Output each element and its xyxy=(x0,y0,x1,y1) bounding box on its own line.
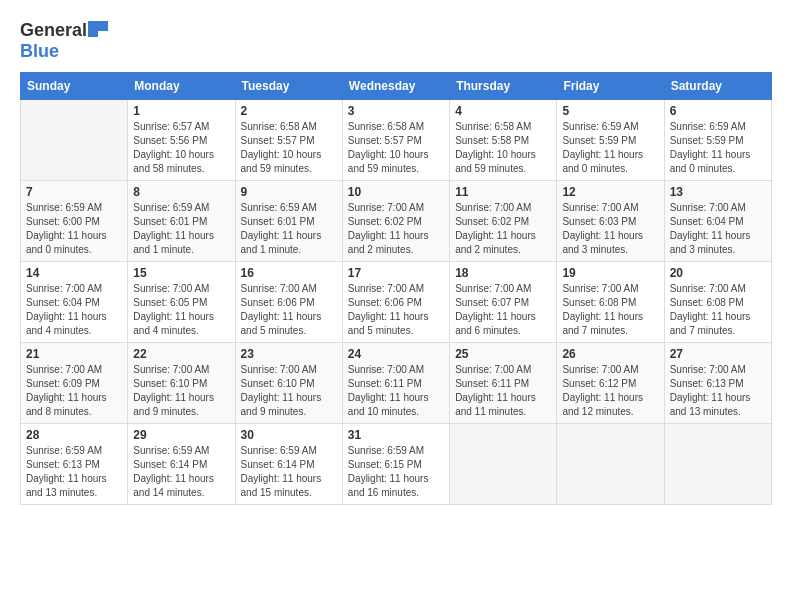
sunrise-text: Sunrise: 6:59 AM xyxy=(26,444,122,458)
daylight-text: Daylight: 11 hours and 3 minutes. xyxy=(562,229,658,257)
daylight-text: Daylight: 11 hours and 12 minutes. xyxy=(562,391,658,419)
sunrise-text: Sunrise: 7:00 AM xyxy=(670,363,766,377)
sunrise-text: Sunrise: 6:59 AM xyxy=(348,444,444,458)
week-row-1: 1 Sunrise: 6:57 AM Sunset: 5:56 PM Dayli… xyxy=(21,100,772,181)
daylight-text: Daylight: 11 hours and 2 minutes. xyxy=(348,229,444,257)
daylight-text: Daylight: 11 hours and 13 minutes. xyxy=(670,391,766,419)
weekday-header-sunday: Sunday xyxy=(21,73,128,100)
sunset-text: Sunset: 5:59 PM xyxy=(670,134,766,148)
calendar-cell: 4 Sunrise: 6:58 AM Sunset: 5:58 PM Dayli… xyxy=(450,100,557,181)
sunset-text: Sunset: 6:01 PM xyxy=(241,215,337,229)
sunrise-text: Sunrise: 7:00 AM xyxy=(348,201,444,215)
week-row-3: 14 Sunrise: 7:00 AM Sunset: 6:04 PM Dayl… xyxy=(21,262,772,343)
calendar-cell: 25 Sunrise: 7:00 AM Sunset: 6:11 PM Dayl… xyxy=(450,343,557,424)
calendar-cell: 5 Sunrise: 6:59 AM Sunset: 5:59 PM Dayli… xyxy=(557,100,664,181)
sunrise-text: Sunrise: 7:00 AM xyxy=(562,363,658,377)
sunset-text: Sunset: 5:56 PM xyxy=(133,134,229,148)
day-info: Sunrise: 7:00 AM Sunset: 6:05 PM Dayligh… xyxy=(133,282,229,338)
day-number: 6 xyxy=(670,104,766,118)
day-number: 24 xyxy=(348,347,444,361)
day-number: 23 xyxy=(241,347,337,361)
day-number: 1 xyxy=(133,104,229,118)
calendar-cell: 20 Sunrise: 7:00 AM Sunset: 6:08 PM Dayl… xyxy=(664,262,771,343)
daylight-text: Daylight: 10 hours and 59 minutes. xyxy=(348,148,444,176)
day-info: Sunrise: 7:00 AM Sunset: 6:03 PM Dayligh… xyxy=(562,201,658,257)
calendar-cell: 3 Sunrise: 6:58 AM Sunset: 5:57 PM Dayli… xyxy=(342,100,449,181)
day-info: Sunrise: 6:59 AM Sunset: 5:59 PM Dayligh… xyxy=(562,120,658,176)
logo: General Blue xyxy=(20,20,108,62)
day-number: 3 xyxy=(348,104,444,118)
sunset-text: Sunset: 6:08 PM xyxy=(562,296,658,310)
day-number: 21 xyxy=(26,347,122,361)
day-number: 27 xyxy=(670,347,766,361)
calendar-cell: 16 Sunrise: 7:00 AM Sunset: 6:06 PM Dayl… xyxy=(235,262,342,343)
sunset-text: Sunset: 5:59 PM xyxy=(562,134,658,148)
day-number: 28 xyxy=(26,428,122,442)
sunset-text: Sunset: 6:08 PM xyxy=(670,296,766,310)
sunrise-text: Sunrise: 7:00 AM xyxy=(670,282,766,296)
sunrise-text: Sunrise: 6:58 AM xyxy=(241,120,337,134)
daylight-text: Daylight: 11 hours and 1 minute. xyxy=(241,229,337,257)
sunrise-text: Sunrise: 7:00 AM xyxy=(348,363,444,377)
day-number: 31 xyxy=(348,428,444,442)
sunrise-text: Sunrise: 6:59 AM xyxy=(133,444,229,458)
day-number: 18 xyxy=(455,266,551,280)
sunrise-text: Sunrise: 6:59 AM xyxy=(26,201,122,215)
daylight-text: Daylight: 10 hours and 59 minutes. xyxy=(455,148,551,176)
day-number: 11 xyxy=(455,185,551,199)
calendar-cell xyxy=(21,100,128,181)
sunset-text: Sunset: 6:10 PM xyxy=(241,377,337,391)
weekday-header-monday: Monday xyxy=(128,73,235,100)
calendar-cell: 23 Sunrise: 7:00 AM Sunset: 6:10 PM Dayl… xyxy=(235,343,342,424)
calendar-cell: 6 Sunrise: 6:59 AM Sunset: 5:59 PM Dayli… xyxy=(664,100,771,181)
calendar-cell: 9 Sunrise: 6:59 AM Sunset: 6:01 PM Dayli… xyxy=(235,181,342,262)
daylight-text: Daylight: 11 hours and 4 minutes. xyxy=(26,310,122,338)
day-number: 22 xyxy=(133,347,229,361)
day-number: 13 xyxy=(670,185,766,199)
sunset-text: Sunset: 5:57 PM xyxy=(348,134,444,148)
day-number: 10 xyxy=(348,185,444,199)
day-info: Sunrise: 6:58 AM Sunset: 5:57 PM Dayligh… xyxy=(241,120,337,176)
day-info: Sunrise: 7:00 AM Sunset: 6:10 PM Dayligh… xyxy=(241,363,337,419)
day-info: Sunrise: 7:00 AM Sunset: 6:06 PM Dayligh… xyxy=(348,282,444,338)
sunset-text: Sunset: 6:12 PM xyxy=(562,377,658,391)
sunrise-text: Sunrise: 6:59 AM xyxy=(133,201,229,215)
calendar-cell xyxy=(557,424,664,505)
day-info: Sunrise: 6:59 AM Sunset: 6:14 PM Dayligh… xyxy=(241,444,337,500)
logo-blue-text: Blue xyxy=(20,41,59,61)
day-info: Sunrise: 6:58 AM Sunset: 5:57 PM Dayligh… xyxy=(348,120,444,176)
week-row-2: 7 Sunrise: 6:59 AM Sunset: 6:00 PM Dayli… xyxy=(21,181,772,262)
calendar-cell xyxy=(664,424,771,505)
calendar-cell: 7 Sunrise: 6:59 AM Sunset: 6:00 PM Dayli… xyxy=(21,181,128,262)
day-number: 19 xyxy=(562,266,658,280)
day-info: Sunrise: 7:00 AM Sunset: 6:11 PM Dayligh… xyxy=(348,363,444,419)
weekday-header-saturday: Saturday xyxy=(664,73,771,100)
sunrise-text: Sunrise: 7:00 AM xyxy=(562,201,658,215)
daylight-text: Daylight: 11 hours and 2 minutes. xyxy=(455,229,551,257)
day-info: Sunrise: 6:59 AM Sunset: 6:13 PM Dayligh… xyxy=(26,444,122,500)
daylight-text: Daylight: 11 hours and 9 minutes. xyxy=(241,391,337,419)
sunset-text: Sunset: 6:04 PM xyxy=(26,296,122,310)
sunrise-text: Sunrise: 7:00 AM xyxy=(562,282,658,296)
day-info: Sunrise: 6:59 AM Sunset: 6:14 PM Dayligh… xyxy=(133,444,229,500)
daylight-text: Daylight: 11 hours and 13 minutes. xyxy=(26,472,122,500)
daylight-text: Daylight: 11 hours and 14 minutes. xyxy=(133,472,229,500)
sunset-text: Sunset: 6:06 PM xyxy=(241,296,337,310)
day-number: 4 xyxy=(455,104,551,118)
day-info: Sunrise: 7:00 AM Sunset: 6:04 PM Dayligh… xyxy=(670,201,766,257)
sunset-text: Sunset: 5:58 PM xyxy=(455,134,551,148)
calendar-cell: 13 Sunrise: 7:00 AM Sunset: 6:04 PM Dayl… xyxy=(664,181,771,262)
daylight-text: Daylight: 11 hours and 6 minutes. xyxy=(455,310,551,338)
daylight-text: Daylight: 11 hours and 11 minutes. xyxy=(455,391,551,419)
calendar-cell: 17 Sunrise: 7:00 AM Sunset: 6:06 PM Dayl… xyxy=(342,262,449,343)
calendar-cell: 22 Sunrise: 7:00 AM Sunset: 6:10 PM Dayl… xyxy=(128,343,235,424)
sunrise-text: Sunrise: 7:00 AM xyxy=(455,363,551,377)
day-info: Sunrise: 6:57 AM Sunset: 5:56 PM Dayligh… xyxy=(133,120,229,176)
day-info: Sunrise: 7:00 AM Sunset: 6:02 PM Dayligh… xyxy=(455,201,551,257)
calendar-cell: 10 Sunrise: 7:00 AM Sunset: 6:02 PM Dayl… xyxy=(342,181,449,262)
day-number: 15 xyxy=(133,266,229,280)
day-info: Sunrise: 7:00 AM Sunset: 6:13 PM Dayligh… xyxy=(670,363,766,419)
sunset-text: Sunset: 6:02 PM xyxy=(455,215,551,229)
day-number: 5 xyxy=(562,104,658,118)
daylight-text: Daylight: 11 hours and 4 minutes. xyxy=(133,310,229,338)
